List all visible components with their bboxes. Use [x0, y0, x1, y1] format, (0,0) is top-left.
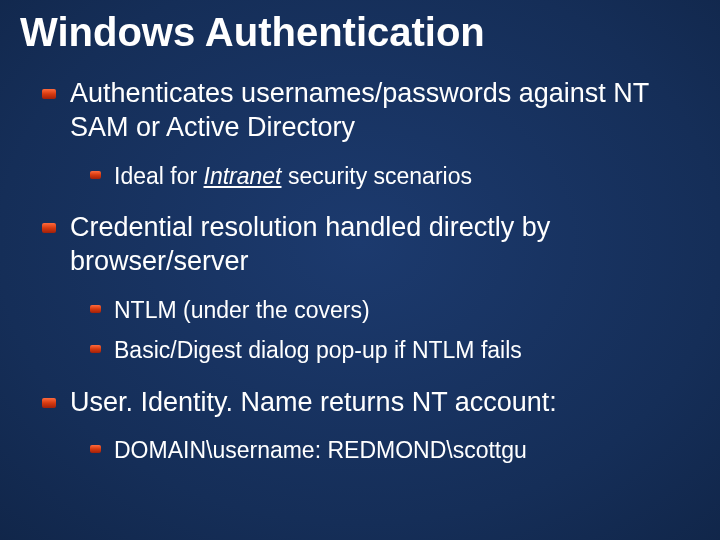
bullet-list-level1: Authenticates usernames/passwords agains… — [20, 77, 700, 468]
bullet-text: Basic/Digest dialog pop-up if NTLM fails — [114, 337, 522, 363]
bullet-list-level2: NTLM (under the covers) Basic/Digest dia… — [70, 293, 700, 368]
bullet-text: Credential resolution handled directly b… — [70, 212, 550, 276]
bullet-text: DOMAIN\username: REDMOND\scottgu — [114, 437, 527, 463]
bullet-text: Authenticates usernames/passwords agains… — [70, 78, 649, 142]
bullet-emphasis: Intranet — [204, 163, 282, 189]
bullet-list-level2: Ideal for Intranet security scenarios — [70, 159, 700, 194]
bullet-item: User. Identity. Name returns NT account:… — [70, 386, 700, 468]
bullet-item: DOMAIN\username: REDMOND\scottgu — [114, 433, 700, 468]
bullet-item: Ideal for Intranet security scenarios — [114, 159, 700, 194]
bullet-item: Authenticates usernames/passwords agains… — [70, 77, 700, 193]
bullet-text-part: security scenarios — [282, 163, 472, 189]
bullet-item: Credential resolution handled directly b… — [70, 211, 700, 368]
bullet-list-level2: DOMAIN\username: REDMOND\scottgu — [70, 433, 700, 468]
bullet-item: Basic/Digest dialog pop-up if NTLM fails — [114, 333, 700, 368]
bullet-item: NTLM (under the covers) — [114, 293, 700, 328]
slide-title: Windows Authentication — [20, 10, 700, 55]
bullet-text: User. Identity. Name returns NT account: — [70, 387, 557, 417]
bullet-text: NTLM (under the covers) — [114, 297, 370, 323]
slide: Windows Authentication Authenticates use… — [0, 0, 720, 540]
bullet-text-part: Ideal for — [114, 163, 204, 189]
